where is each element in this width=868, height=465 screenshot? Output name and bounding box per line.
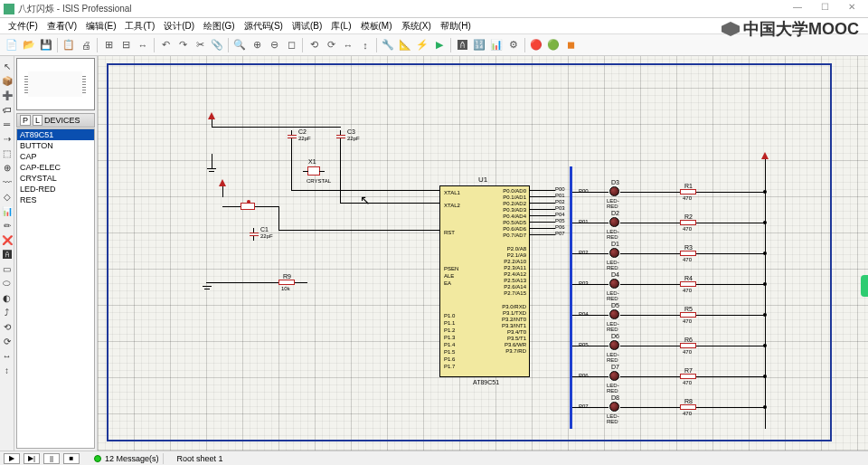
tool-button[interactable]: ⟲: [1, 320, 14, 333]
toolbar-button[interactable]: ⊖: [266, 37, 282, 53]
menu-view[interactable]: 查看(V): [42, 20, 81, 33]
toolbar-button[interactable]: 📄: [4, 37, 20, 53]
sim-pause-button[interactable]: ||: [43, 453, 60, 464]
device-list[interactable]: AT89C51 BUTTON CAP CAP-ELEC CRYSTAL LED-…: [16, 128, 95, 449]
tool-button[interactable]: ◐: [1, 291, 14, 304]
sim-stop-button[interactable]: ■: [63, 453, 80, 464]
tool-button[interactable]: ◇: [1, 190, 14, 203]
led[interactable]: D5LED-RED: [609, 309, 619, 319]
mcu-at89c51[interactable]: U1 AT89C51 XTAL1 XTAL2 RST PSEN ALE EA P…: [439, 185, 530, 377]
tool-button[interactable]: ⇢: [1, 132, 14, 145]
led[interactable]: D8LED-RED: [609, 402, 619, 412]
toolbar-button[interactable]: ▶: [431, 37, 448, 53]
toolbar-button[interactable]: ↶: [157, 37, 174, 53]
toolbar-button[interactable]: ↷: [175, 37, 191, 53]
tool-button[interactable]: 📊: [1, 204, 14, 217]
capacitor-c1[interactable]: C1 22pF: [250, 228, 259, 241]
tool-button[interactable]: ✏: [1, 219, 14, 232]
menu-edit[interactable]: 编辑(E): [81, 20, 120, 33]
toolbar-button[interactable]: ⟳: [323, 37, 339, 53]
toolbar-button[interactable]: 🖨: [78, 37, 94, 53]
device-item[interactable]: CRYSTAL: [17, 173, 94, 184]
toolbar-button[interactable]: 🔴: [528, 37, 544, 53]
capacitor-c2[interactable]: C2 22pF: [288, 130, 297, 143]
minimize-button[interactable]: —: [785, 2, 810, 16]
toolbar-button[interactable]: 🟢: [545, 37, 561, 53]
message-indicator-icon[interactable]: [94, 455, 101, 462]
device-item[interactable]: CAP: [17, 151, 94, 162]
tool-button[interactable]: ⟳: [1, 335, 14, 347]
maximize-button[interactable]: ☐: [812, 2, 837, 16]
p-tab[interactable]: P: [20, 115, 31, 126]
tool-button[interactable]: ⬚: [1, 147, 14, 159]
toolbar-button[interactable]: 📐: [397, 37, 413, 53]
resistor-r9[interactable]: R9 10k: [278, 280, 295, 285]
device-item[interactable]: AT89C51: [17, 129, 94, 140]
device-item[interactable]: CAP-ELEC: [17, 162, 94, 173]
led[interactable]: D4LED-RED: [609, 279, 619, 289]
toolbar-button[interactable]: ◻: [283, 37, 299, 53]
led[interactable]: D3LED-RED: [609, 186, 619, 196]
led[interactable]: D2LED-RED: [609, 217, 619, 227]
close-button[interactable]: ✕: [839, 2, 864, 16]
toolbar-button[interactable]: 🔍: [231, 37, 248, 53]
toolbar-button[interactable]: ⚡: [414, 37, 430, 53]
toolbar-button[interactable]: 📋: [61, 37, 77, 53]
tool-button[interactable]: 🅰: [1, 248, 14, 261]
menu-tool[interactable]: 工具(T): [120, 20, 159, 33]
device-item[interactable]: RES: [17, 195, 94, 205]
schematic-canvas[interactable]: ↖ C2 22pF C3 22pF X1 CRYSTAL: [98, 56, 868, 451]
toolbar-button[interactable]: ↔: [340, 37, 356, 53]
resistor[interactable]: R2470: [680, 220, 696, 225]
tool-button[interactable]: ↕: [1, 364, 14, 376]
resistor[interactable]: R5470: [680, 312, 696, 318]
toolbar-button[interactable]: ⊞: [100, 37, 117, 53]
menu-file[interactable]: 文件(F): [4, 20, 42, 33]
toolbar-button[interactable]: ⚙: [505, 37, 522, 53]
sim-step-button[interactable]: ▶|: [24, 453, 40, 464]
capacitor-c3[interactable]: C3 22pF: [336, 130, 345, 143]
menu-draw[interactable]: 绘图(G): [199, 20, 239, 33]
toolbar-button[interactable]: ↔: [135, 37, 151, 53]
l-tab[interactable]: L: [33, 115, 42, 126]
toolbar-button[interactable]: ✂: [192, 37, 208, 53]
menu-help[interactable]: 帮助(H): [436, 20, 476, 33]
toolbar-button[interactable]: 🅰: [454, 37, 470, 53]
resistor[interactable]: R1470: [680, 189, 696, 195]
button[interactable]: [241, 203, 255, 210]
message-count[interactable]: 12 Message(s): [105, 454, 159, 463]
sim-play-button[interactable]: ▶: [4, 453, 20, 464]
tool-button[interactable]: 🏷: [1, 103, 14, 116]
resistor[interactable]: R4470: [680, 281, 696, 287]
menu-source[interactable]: 源代码(S): [240, 20, 288, 33]
menu-template[interactable]: 模板(M): [356, 20, 397, 33]
tool-button[interactable]: ➕: [1, 89, 14, 101]
menu-system[interactable]: 系统(X): [397, 20, 436, 33]
resistor[interactable]: R6470: [680, 343, 696, 348]
toolbar-button[interactable]: 📎: [209, 37, 225, 53]
tool-button[interactable]: ↖: [1, 60, 14, 72]
resistor[interactable]: R7470: [680, 374, 696, 379]
tool-button[interactable]: ═: [1, 118, 14, 130]
tool-button[interactable]: ↔: [1, 349, 14, 362]
led[interactable]: D7LED-RED: [609, 371, 619, 381]
crystal-x1[interactable]: X1 CRYSTAL: [307, 166, 320, 176]
device-item[interactable]: BUTTON: [17, 140, 94, 151]
tool-button[interactable]: ⬭: [1, 277, 14, 289]
toolbar-button[interactable]: 🔢: [471, 37, 487, 53]
toolbar-button[interactable]: ◼: [562, 37, 579, 53]
toolbar-button[interactable]: ⊟: [118, 37, 134, 53]
resistor[interactable]: R3470: [680, 251, 696, 256]
menu-design[interactable]: 设计(D): [159, 20, 199, 33]
toolbar-button[interactable]: ⟲: [306, 37, 322, 53]
device-item[interactable]: LED-RED: [17, 184, 94, 195]
led[interactable]: D6LED-RED: [609, 340, 619, 350]
tool-button[interactable]: 📦: [1, 74, 14, 87]
led[interactable]: D1LED-RED: [609, 248, 619, 258]
tool-button[interactable]: ❌: [1, 233, 14, 246]
resistor[interactable]: R8470: [680, 404, 696, 410]
tool-button[interactable]: ⤴: [1, 306, 14, 318]
toolbar-button[interactable]: 💾: [38, 37, 54, 53]
toolbar-button[interactable]: 📊: [488, 37, 505, 53]
toolbar-button[interactable]: ↕: [357, 37, 373, 53]
